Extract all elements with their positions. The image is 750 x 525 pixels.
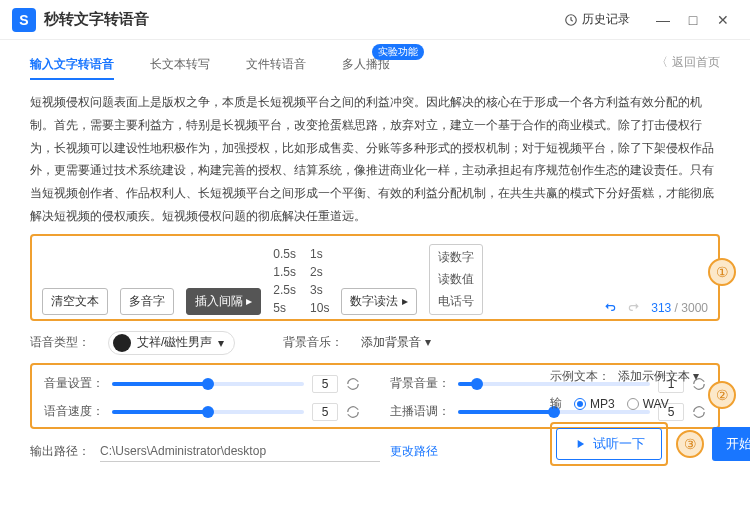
tab-multi[interactable]: 多人播报 实验功能: [342, 50, 390, 79]
app-logo: S: [12, 8, 36, 32]
outpath-input[interactable]: [100, 441, 380, 462]
speed-slider[interactable]: [112, 410, 304, 414]
maximize-button[interactable]: □: [678, 12, 708, 28]
bgvolume-label: 背景音量：: [390, 375, 450, 392]
outpath-label: 输出路径：: [30, 443, 90, 460]
volume-reset-icon[interactable]: [346, 377, 360, 391]
clock-icon: [564, 13, 578, 27]
voicetype-label: 语音类型：: [30, 334, 90, 351]
chevron-down-icon: ▾: [218, 336, 224, 350]
minimize-button[interactable]: —: [648, 12, 678, 28]
tab-input-tts[interactable]: 输入文字转语音: [30, 50, 114, 79]
tab-file-tts[interactable]: 文件转语音: [246, 50, 306, 79]
app-title: 秒转文字转语音: [44, 10, 149, 29]
history-button[interactable]: 历史记录: [564, 11, 630, 28]
clear-text-button[interactable]: 清空文本: [42, 288, 108, 315]
back-home[interactable]: 〈返回首页: [656, 54, 720, 71]
radio-mp3[interactable]: MP3: [574, 397, 615, 411]
radio-wav[interactable]: WAV: [627, 397, 669, 411]
voice-name: 艾祥/磁性男声: [137, 334, 212, 351]
sample-label: 示例文本：: [550, 368, 610, 385]
annotation-3: ③: [676, 430, 704, 458]
char-count-max: 3000: [681, 301, 708, 315]
annotation-1: ①: [708, 258, 736, 286]
format-label: 输: [550, 395, 562, 412]
volume-slider[interactable]: [112, 382, 304, 386]
main-text-input[interactable]: 短视频侵权问题表面上是版权之争，本质是长短视频平台之间的利益冲突。因此解决的核心…: [30, 91, 720, 228]
history-label: 历史记录: [582, 11, 630, 28]
char-count-current: 313: [651, 301, 671, 315]
readmode-options[interactable]: 读数字 读数值 电话号: [429, 244, 483, 315]
number-read-button[interactable]: 数字读法 ▸: [341, 288, 416, 315]
voice-select[interactable]: 艾祥/磁性男声 ▾: [108, 331, 235, 355]
speed-value: 5: [312, 403, 338, 421]
tab-longtext[interactable]: 长文本转写: [150, 50, 210, 79]
listen-button[interactable]: 试听一下: [556, 428, 662, 460]
insert-pause-button[interactable]: 插入间隔 ▸: [186, 288, 261, 315]
avatar: [113, 334, 131, 352]
close-button[interactable]: ✕: [708, 12, 738, 28]
polyphone-button[interactable]: 多音字: [120, 288, 174, 315]
redo-icon[interactable]: [627, 301, 641, 315]
bgmusic-select[interactable]: 添加背景音 ▾: [361, 334, 430, 351]
sample-select[interactable]: 添加示例文本 ▾: [618, 368, 699, 385]
speed-label: 语音速度：: [44, 403, 104, 420]
badge-experimental: 实验功能: [372, 44, 424, 60]
volume-label: 音量设置：: [44, 375, 104, 392]
play-icon: [573, 437, 587, 451]
undo-icon[interactable]: [603, 301, 617, 315]
start-convert-button[interactable]: 开始转换: [712, 427, 750, 461]
tone-label: 主播语调：: [390, 403, 450, 420]
volume-value: 5: [312, 375, 338, 393]
bgmusic-label: 背景音乐：: [283, 334, 343, 351]
speed-reset-icon[interactable]: [346, 405, 360, 419]
pause-options[interactable]: 0.5s1s 1.5s2s 2.5s3s 5s10s: [273, 247, 329, 315]
change-path-button[interactable]: 更改路径: [390, 443, 438, 460]
